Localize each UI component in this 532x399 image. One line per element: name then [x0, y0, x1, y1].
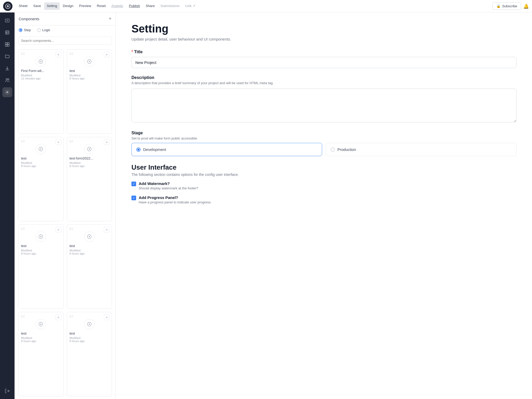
card-name: test — [70, 69, 109, 73]
card-name: test-form2022... — [70, 156, 109, 160]
component-card-c3[interactable]: ⠿⠿ + test Modified: 8 hours ago — [18, 137, 64, 221]
svg-rect-10 — [8, 43, 9, 44]
nav-setting[interactable]: Setting — [44, 2, 60, 10]
component-card-c2[interactable]: ⠿⠿ + test Modified: 8 hours ago — [67, 49, 112, 134]
nav-save[interactable]: Save — [31, 2, 44, 10]
card-add-button[interactable]: + — [56, 52, 61, 57]
component-card-c7[interactable]: ⠿⠿ + test Modified: 8 hours ago — [18, 312, 64, 396]
card-modified-label: Modified: — [21, 161, 61, 164]
sidebar-add-form[interactable] — [2, 16, 12, 25]
sidebar-folder[interactable] — [2, 51, 12, 61]
card-time: 8 hours ago — [21, 164, 61, 168]
card-time: 11 minutes ago — [21, 77, 61, 80]
stage-production[interactable]: Production — [326, 143, 516, 156]
step-tab-label: Step — [24, 28, 31, 32]
svg-marker-19 — [41, 61, 42, 62]
sidebar-users[interactable] — [2, 75, 12, 85]
production-label: Production — [337, 147, 356, 152]
card-play-icon — [84, 144, 95, 154]
nav-preview[interactable]: Preview — [77, 2, 94, 10]
sidebar-logout[interactable] — [2, 386, 12, 396]
component-card-c6[interactable]: ⠿⠿ + test Modified: 8 hours ago — [67, 224, 112, 309]
stage-options: Development Production — [131, 143, 516, 156]
card-add-button[interactable]: + — [104, 52, 110, 57]
user-interface-section: User Interface The following section con… — [131, 163, 516, 204]
component-card-c1[interactable]: ⠿⠿ + First Form wit... Modified: 11 minu… — [18, 49, 64, 134]
nav-publish[interactable]: Publish — [126, 2, 143, 10]
drag-handle-icon: ⠿⠿ — [69, 52, 73, 56]
title-label: *Title — [131, 50, 516, 54]
svg-marker-21 — [89, 61, 90, 62]
sidebar-components[interactable] — [2, 39, 12, 49]
title-field-group: *Title — [131, 50, 516, 68]
svg-marker-29 — [89, 236, 90, 237]
nav-reset[interactable]: Reset — [94, 2, 108, 10]
nav-sheet[interactable]: Sheet — [16, 2, 30, 10]
step-radio-dot — [20, 29, 22, 31]
card-name: First Form wit... — [21, 69, 61, 73]
card-play-icon — [36, 319, 46, 329]
tab-logic[interactable]: Logic — [37, 28, 50, 32]
description-textarea[interactable] — [131, 89, 516, 122]
ui-section-subtitle: The following section contains options f… — [131, 172, 516, 177]
card-modified-label: Modified: — [70, 249, 109, 252]
required-star: * — [131, 50, 133, 54]
logic-tab-label: Logic — [42, 28, 50, 32]
card-add-button[interactable]: + — [104, 314, 110, 320]
panel-tabs: Step Logic — [15, 25, 116, 35]
notification-bell-icon[interactable]: 🔔 — [523, 3, 529, 9]
description-hint: A description that provides a brief summ… — [131, 81, 516, 85]
sidebar-settings[interactable] — [2, 87, 12, 97]
drag-handle-icon: ⠿⠿ — [21, 315, 25, 318]
lock-icon: 🔒 — [496, 4, 501, 8]
progress-checkbox[interactable]: ✓ — [131, 196, 136, 200]
description-label: Description — [131, 75, 516, 80]
card-name: test — [21, 156, 61, 160]
subscribe-button[interactable]: 🔒 Subscribe — [493, 2, 521, 10]
card-add-button[interactable]: + — [104, 227, 110, 232]
card-add-button[interactable]: + — [56, 139, 61, 145]
panel-header: Components + — [15, 12, 116, 25]
development-label: Development — [143, 147, 166, 152]
card-time: 8 hours ago — [70, 340, 109, 343]
watermark-checkbox[interactable]: ✓ — [131, 182, 136, 186]
component-card-c5[interactable]: ⠿⠿ + test Modified: 8 hours ago — [18, 224, 64, 309]
sidebar-layers[interactable] — [2, 28, 12, 37]
nav-analytic[interactable]: Analytic — [109, 2, 126, 10]
card-time: 8 hours ago — [21, 252, 61, 255]
component-card-c4[interactable]: ⠿⠿ + test-form2022... Modified: 8 hours … — [67, 137, 112, 221]
card-name: test — [70, 244, 109, 248]
progress-desc: Have a progress panel to indicate user p… — [139, 200, 211, 204]
nav-link[interactable]: Link ↗ — [183, 2, 198, 10]
card-modified-label: Modified: — [70, 336, 109, 340]
drag-handle-icon: ⠿⠿ — [21, 140, 25, 143]
card-play-icon — [84, 56, 95, 67]
svg-marker-27 — [41, 236, 42, 237]
card-play-icon — [36, 231, 46, 242]
components-grid: ⠿⠿ + First Form wit... Modified: 11 minu… — [15, 47, 116, 399]
app-logo — [3, 2, 12, 11]
search-input[interactable] — [18, 37, 112, 45]
page-subtitle: Update project detail, user behaviour an… — [131, 37, 516, 41]
progress-text: Add Progress Panel? Have a progress pane… — [139, 195, 211, 204]
title-input[interactable] — [131, 57, 516, 68]
card-time: 8 hours ago — [70, 252, 109, 255]
logic-radio — [37, 28, 41, 32]
panel-add-button[interactable]: + — [109, 16, 111, 22]
ui-section-title: User Interface — [131, 163, 516, 171]
component-card-c8[interactable]: ⠿⠿ + test Modified: 8 hours ago — [67, 312, 112, 396]
stage-development[interactable]: Development — [131, 143, 322, 156]
card-add-button[interactable]: + — [104, 139, 110, 145]
nav-submissions[interactable]: Submissions — [158, 2, 182, 10]
tab-step[interactable]: Step — [19, 28, 31, 32]
progress-label: Add Progress Panel? — [139, 195, 211, 200]
drag-handle-icon: ⠿⠿ — [21, 227, 25, 231]
card-add-button[interactable]: + — [56, 227, 61, 232]
svg-point-1 — [7, 5, 9, 7]
card-add-button[interactable]: + — [56, 314, 61, 320]
card-time: 8 hours ago — [70, 164, 109, 168]
nav-design[interactable]: Design — [60, 2, 76, 10]
svg-marker-31 — [41, 323, 42, 325]
nav-share[interactable]: Share — [143, 2, 157, 10]
sidebar-download[interactable] — [2, 63, 12, 73]
